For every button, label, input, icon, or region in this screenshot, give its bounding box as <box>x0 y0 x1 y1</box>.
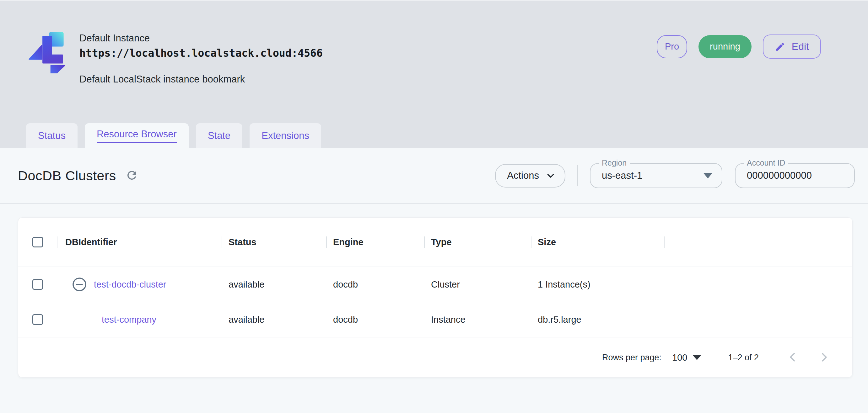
cell-status: available <box>222 279 326 290</box>
column-header-size: Size <box>531 218 664 267</box>
cell-size: 1 Instance(s) <box>531 279 664 290</box>
pencil-icon <box>775 41 785 52</box>
table-row: test-company available docdb Instance db… <box>18 302 852 337</box>
tab-status[interactable]: Status <box>26 123 78 148</box>
column-header-engine: Engine <box>326 218 424 267</box>
instance-name: Default Instance <box>80 33 323 44</box>
tab-bar: Status Resource Browser State Extensions <box>26 123 321 148</box>
column-header-empty <box>664 218 852 267</box>
localstack-logo-icon <box>27 30 69 73</box>
resource-toolbar: DocDB Clusters Actions Region us-east-1 … <box>0 148 868 204</box>
cell-size: db.r5.large <box>531 314 664 325</box>
next-page-button[interactable] <box>818 351 830 365</box>
column-separator <box>531 236 531 248</box>
actions-button[interactable]: Actions <box>495 164 565 187</box>
column-separator <box>424 236 425 248</box>
chevron-right-icon <box>818 351 830 364</box>
resource-link[interactable]: test-company <box>102 314 156 325</box>
column-separator <box>664 236 664 248</box>
page-title: DocDB Clusters <box>18 168 116 183</box>
account-id-field[interactable]: Account ID 000000000000 <box>735 163 855 188</box>
row-checkbox[interactable] <box>32 279 43 290</box>
rows-per-page-label: Rows per page: <box>602 353 661 363</box>
table-header-row: DBIdentifier Status Engine Type Size <box>18 218 852 267</box>
cell-type: Instance <box>424 314 531 325</box>
region-label: Region <box>599 158 630 168</box>
rows-per-page-value: 100 <box>672 352 687 363</box>
edit-button[interactable]: Edit <box>763 34 821 59</box>
actions-button-label: Actions <box>507 170 539 181</box>
cell-engine: docdb <box>326 279 424 290</box>
cell-dbidentifier: test-company <box>57 314 222 325</box>
cell-type: Cluster <box>424 279 531 290</box>
table-pagination: Rows per page: 100 1–2 of 2 <box>18 337 852 378</box>
column-header-type: Type <box>424 218 531 267</box>
instance-description: Default LocalStack instance bookmark <box>80 74 323 85</box>
instance-header: Default Instance https://localhost.local… <box>0 1 868 148</box>
cell-status: available <box>222 314 326 325</box>
resource-table-card: DBIdentifier Status Engine Type Size <box>18 217 852 378</box>
caret-down-icon <box>693 355 701 360</box>
instance-url: https://localhost.localstack.cloud:4566 <box>80 47 323 59</box>
status-badge: running <box>699 35 751 58</box>
refresh-icon <box>125 169 138 182</box>
minus-circle-icon <box>72 277 87 292</box>
column-separator <box>57 236 57 248</box>
tab-resource-browser[interactable]: Resource Browser <box>85 123 189 148</box>
tab-extensions[interactable]: Extensions <box>250 123 321 148</box>
table-row: test-docdb-cluster available docdb Clust… <box>18 267 852 302</box>
cell-dbidentifier: test-docdb-cluster <box>57 277 222 292</box>
account-id-label: Account ID <box>744 158 788 168</box>
row-checkbox[interactable] <box>32 314 43 325</box>
refresh-button[interactable] <box>125 169 139 182</box>
region-select[interactable]: Region us-east-1 <box>590 163 722 188</box>
toolbar-divider <box>577 165 578 186</box>
tab-state[interactable]: State <box>196 123 242 148</box>
pagination-range: 1–2 of 2 <box>728 353 759 363</box>
resource-link[interactable]: test-docdb-cluster <box>94 279 166 290</box>
column-header-status: Status <box>222 218 326 267</box>
previous-page-button[interactable] <box>786 351 799 365</box>
edit-button-label: Edit <box>792 41 809 53</box>
region-value: us-east-1 <box>602 170 642 181</box>
account-id-value: 000000000000 <box>747 170 812 181</box>
column-header-dbidentifier: DBIdentifier <box>57 218 222 267</box>
chevron-left-icon <box>786 351 799 364</box>
pro-badge: Pro <box>657 35 687 58</box>
caret-down-icon <box>704 173 712 178</box>
collapse-row-button[interactable] <box>72 277 87 292</box>
column-separator <box>222 236 222 248</box>
rows-per-page-select[interactable]: 100 <box>672 352 701 363</box>
select-all-checkbox[interactable] <box>32 237 43 247</box>
cell-engine: docdb <box>326 314 424 325</box>
column-separator <box>326 236 327 248</box>
chevron-down-icon <box>546 171 555 180</box>
